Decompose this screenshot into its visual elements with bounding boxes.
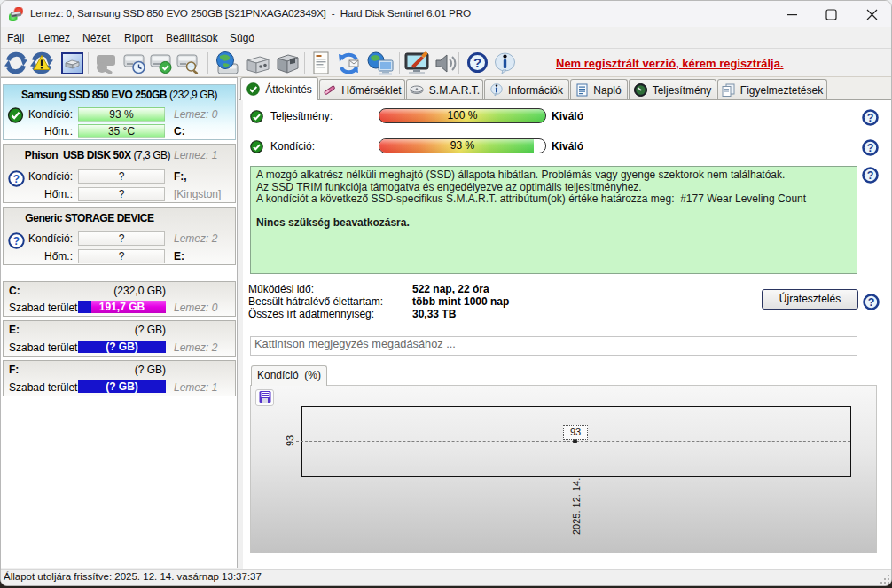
svg-text:?: ? [868,296,875,309]
svg-text:?: ? [867,112,874,124]
svg-text:?: ? [867,142,874,154]
svg-text:?: ? [867,169,874,182]
svg-text:?: ? [473,55,481,70]
